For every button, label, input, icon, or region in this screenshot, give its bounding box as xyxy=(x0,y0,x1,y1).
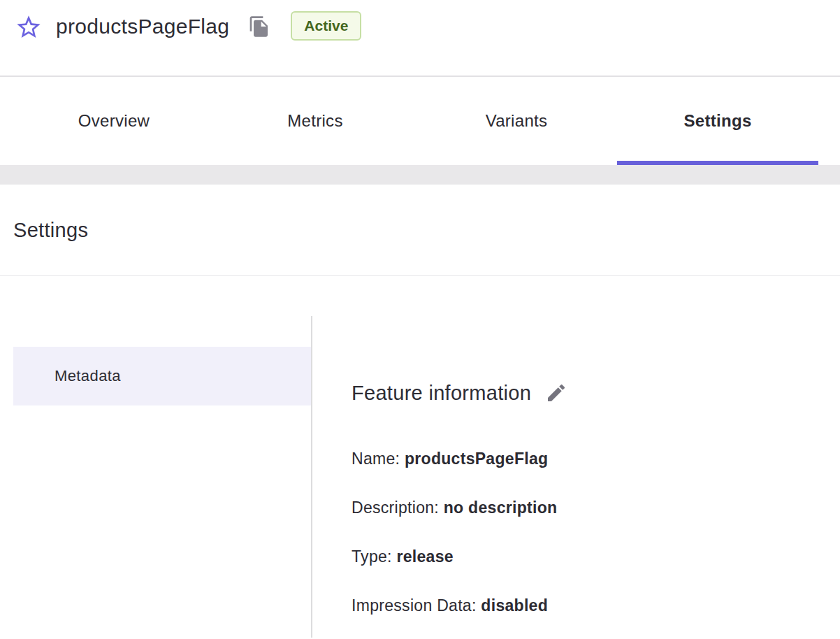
feature-fields: Name: productsPageFlag Description: no d… xyxy=(352,450,840,615)
vertical-divider xyxy=(311,316,312,638)
star-icon xyxy=(15,13,43,41)
tab-strip: Overview Metrics Variants Settings xyxy=(13,77,818,165)
copy-icon xyxy=(248,15,270,38)
settings-side-menu: Metadata xyxy=(13,347,311,405)
field-name-label: Name: xyxy=(352,450,405,468)
sidebar-item-metadata[interactable]: Metadata xyxy=(13,347,311,405)
metadata-panel: Feature information Name: productsPageFl… xyxy=(352,381,840,639)
section-title: Feature information xyxy=(352,382,531,405)
settings-heading: Settings xyxy=(13,219,88,242)
field-description-label: Description: xyxy=(352,498,444,517)
field-type-value: release xyxy=(396,547,453,566)
field-name: Name: productsPageFlag xyxy=(352,450,840,468)
field-description-value: no description xyxy=(444,498,558,517)
tab-variants[interactable]: Variants xyxy=(416,77,617,165)
field-impression-value: disabled xyxy=(481,596,548,615)
field-name-value: productsPageFlag xyxy=(405,450,548,468)
edit-feature-button[interactable] xyxy=(544,381,568,405)
settings-section-header: Settings xyxy=(0,185,840,276)
field-impression-data: Impression Data: disabled xyxy=(352,596,840,615)
tab-overview[interactable]: Overview xyxy=(13,77,215,165)
pencil-icon xyxy=(545,382,567,404)
favorite-button[interactable] xyxy=(14,13,43,42)
flag-header: productsPageFlag Active xyxy=(0,0,840,77)
field-type: Type: release xyxy=(352,547,840,566)
page-title: productsPageFlag xyxy=(56,15,229,38)
field-description: Description: no description xyxy=(352,498,840,517)
field-impression-label: Impression Data: xyxy=(352,596,481,615)
field-type-label: Type: xyxy=(352,547,396,566)
tab-settings[interactable]: Settings xyxy=(617,77,818,165)
copy-name-button[interactable] xyxy=(247,15,271,38)
status-badge: Active xyxy=(291,11,361,41)
flag-tab-bar: Overview Metrics Variants Settings xyxy=(0,77,840,165)
sidebar-item-label: Metadata xyxy=(55,367,121,385)
page-background-band xyxy=(0,165,840,185)
section-title-row: Feature information xyxy=(352,381,840,405)
tab-metrics[interactable]: Metrics xyxy=(215,77,416,165)
settings-content: Metadata Feature information Name: produ… xyxy=(0,276,840,638)
